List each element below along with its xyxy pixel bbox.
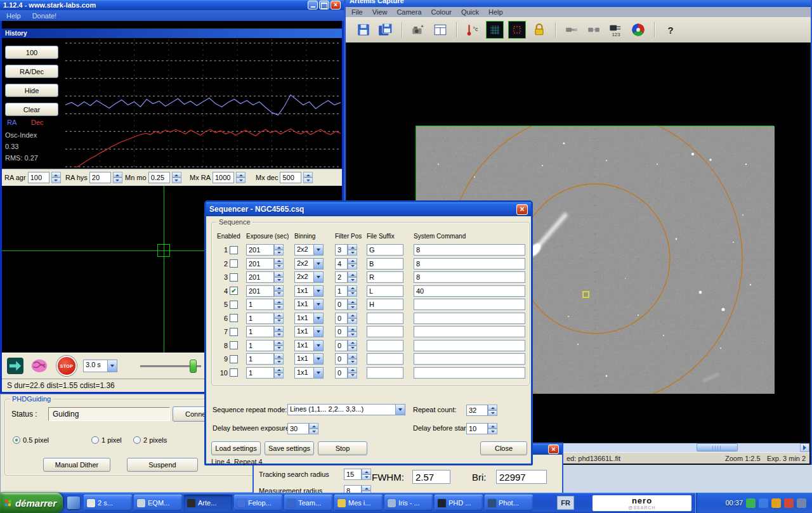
repeat-count-spinner[interactable]: [488, 405, 497, 416]
exposure-select[interactable]: 3.0 s: [83, 360, 117, 372]
radio-icon[interactable]: [13, 436, 20, 444]
connect-camera-icon[interactable]: [563, 21, 580, 39]
close-button[interactable]: Close: [480, 441, 527, 455]
chevron-down-icon[interactable]: [313, 327, 323, 337]
param-spinner[interactable]: [51, 172, 61, 183]
file-suffix-input[interactable]: B: [367, 258, 403, 269]
system-command-input[interactable]: 8: [414, 258, 525, 269]
action-button[interactable]: Stop: [318, 441, 367, 455]
history-button[interactable]: Hide: [5, 84, 58, 97]
binning-select[interactable]: 1x1: [294, 285, 324, 297]
binning-select[interactable]: 1x1: [294, 326, 324, 337]
sensor-view-icon[interactable]: [486, 21, 504, 39]
binning-select[interactable]: 1x1: [294, 340, 324, 351]
connect-123-icon[interactable]: 123: [607, 21, 625, 39]
task-button[interactable]: EQM...: [134, 495, 182, 511]
gamma-slider[interactable]: [140, 358, 201, 373]
chevron-down-icon[interactable]: [313, 245, 323, 255]
action-button[interactable]: Save settings: [265, 441, 314, 455]
close-icon[interactable]: ×: [331, 1, 341, 10]
chevron-down-icon[interactable]: [313, 286, 323, 296]
binning-select[interactable]: 2x2: [294, 258, 324, 269]
task-button[interactable]: PHD ...: [435, 495, 483, 511]
chevron-down-icon[interactable]: [313, 299, 323, 309]
file-suffix-input[interactable]: [367, 326, 403, 337]
row-enabled-checkbox[interactable]: [230, 246, 238, 254]
help-icon[interactable]: ?: [662, 21, 679, 39]
tray-icon[interactable]: [746, 498, 756, 508]
menu-item[interactable]: Camera: [396, 8, 421, 16]
menu-item[interactable]: Donate!: [32, 12, 57, 20]
file-suffix-input[interactable]: [367, 353, 403, 365]
param-input[interactable]: 500: [280, 172, 301, 183]
exposure-input[interactable]: 201: [246, 258, 274, 269]
exposure-input[interactable]: 1: [246, 326, 274, 337]
exposure-input[interactable]: 1: [246, 340, 274, 351]
exposure-spinner[interactable]: [274, 271, 284, 283]
exposure-input[interactable]: 201: [246, 271, 274, 283]
tray-icon[interactable]: [784, 498, 794, 508]
delay-start-spinner[interactable]: [488, 423, 497, 434]
exposure-input[interactable]: 1: [246, 353, 274, 365]
param-spinner[interactable]: [236, 172, 246, 183]
param-spinner[interactable]: [172, 172, 181, 183]
task-button[interactable]: 2 s...: [84, 495, 132, 511]
delay-exposures-spinner[interactable]: [309, 423, 318, 434]
filter-spinner[interactable]: [348, 340, 357, 351]
slider-thumb[interactable]: [190, 360, 197, 373]
disconnect-camera-icon[interactable]: [585, 21, 603, 39]
row-enabled-checkbox[interactable]: [230, 314, 238, 322]
system-command-input[interactable]: 8: [414, 271, 525, 283]
exposure-spinner[interactable]: [274, 299, 284, 310]
file-suffix-input[interactable]: R: [367, 271, 403, 283]
filter-spinner[interactable]: [348, 258, 357, 269]
file-suffix-input[interactable]: H: [367, 299, 403, 310]
system-command-input[interactable]: 8: [414, 244, 525, 256]
camera-settings-icon[interactable]: [409, 21, 427, 39]
param-spinner[interactable]: [303, 172, 313, 183]
filter-pos-input[interactable]: 4: [335, 258, 348, 269]
exposure-input[interactable]: 1: [246, 313, 274, 324]
row-enabled-checkbox[interactable]: [230, 341, 238, 349]
artemis-titlebar[interactable]: Artemis Capture: [346, 0, 811, 7]
menu-item[interactable]: Colour: [431, 8, 452, 16]
param-spinner[interactable]: [113, 172, 122, 183]
filter-pos-input[interactable]: 3: [335, 244, 348, 256]
filter-spinner[interactable]: [348, 326, 357, 337]
radio-icon[interactable]: [91, 436, 99, 444]
chevron-down-icon[interactable]: [395, 405, 405, 415]
system-command-input[interactable]: [414, 353, 525, 365]
display-window-icon[interactable]: [431, 21, 449, 39]
exposure-spinner[interactable]: [274, 367, 284, 379]
file-suffix-input[interactable]: G: [367, 244, 403, 256]
row-enabled-checkbox[interactable]: [230, 259, 238, 268]
filter-spinner[interactable]: [348, 353, 357, 365]
system-command-input[interactable]: [414, 367, 525, 379]
sequencer-titlebar[interactable]: Sequencer - NGC4565.csq ×: [206, 202, 531, 216]
file-suffix-input[interactable]: [367, 340, 403, 351]
file-suffix-input[interactable]: [367, 313, 403, 324]
tracking-search-input[interactable]: 15: [344, 469, 362, 480]
exposure-input[interactable]: 201: [246, 285, 274, 297]
radio-option[interactable]: 1 pixel: [91, 436, 122, 444]
chevron-down-icon[interactable]: [313, 368, 323, 378]
param-input[interactable]: 100: [28, 172, 49, 183]
scroll-right-icon[interactable]: [800, 443, 809, 452]
phd-titlebar[interactable]: 1.12.4 - www.stark-labs.com ×: [0, 0, 344, 10]
radio-icon[interactable]: [133, 436, 141, 444]
save-image-icon[interactable]: [355, 21, 372, 39]
menu-item[interactable]: Quick: [461, 8, 479, 16]
brain-settings-icon[interactable]: [30, 356, 49, 375]
param-input[interactable]: 20: [89, 172, 111, 183]
manual-dither-button[interactable]: Manual Dither: [43, 458, 110, 472]
history-button[interactable]: Clear: [5, 103, 58, 116]
menu-item[interactable]: Help: [488, 8, 503, 16]
scrollbar-thumb[interactable]: [697, 443, 738, 451]
param-input[interactable]: 1000: [213, 172, 234, 183]
exposure-input[interactable]: 1: [246, 367, 274, 379]
delay-exposures-input[interactable]: 30: [287, 423, 309, 434]
row-enabled-checkbox[interactable]: [230, 355, 238, 363]
quick-launch-icon[interactable]: [67, 497, 80, 509]
history-pane-caption[interactable]: History: [2, 29, 342, 38]
repeat-mode-select[interactable]: Lines (1,1... 2,2... 3,3...): [287, 404, 405, 415]
